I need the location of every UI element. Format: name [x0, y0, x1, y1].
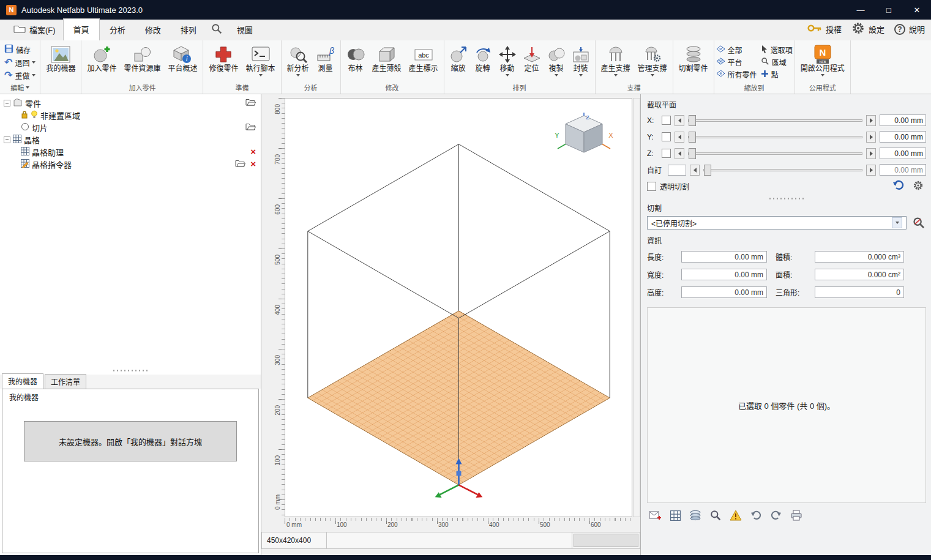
tab-view[interactable]: 視圖: [227, 20, 263, 40]
file-menu-button[interactable]: 檔案(F): [6, 20, 63, 40]
zoom-icon[interactable]: [709, 509, 722, 522]
tab-my-machines[interactable]: 我的機器: [2, 373, 43, 389]
clipping-settings-gear-icon[interactable]: [913, 180, 924, 193]
close-button[interactable]: ✕: [903, 0, 931, 20]
delete-icon[interactable]: ×: [250, 148, 256, 155]
zoom-point-button[interactable]: 點: [761, 69, 793, 80]
rotate-button[interactable]: 旋轉: [471, 42, 495, 73]
clip-y-decrease-button[interactable]: [675, 132, 684, 143]
my-machines-button[interactable]: 我的機器: [42, 42, 79, 73]
create-label-button[interactable]: abc 產生標示: [405, 42, 442, 73]
clip-y-slider-handle[interactable]: [689, 132, 696, 143]
position-button[interactable]: 定位: [520, 42, 544, 73]
license-button[interactable]: 授權: [807, 23, 842, 35]
move-button[interactable]: 移動: [495, 42, 520, 77]
zoom-all-parts-button[interactable]: 所有零件: [716, 69, 757, 80]
refresh-ccw-icon[interactable]: [749, 509, 763, 522]
clip-z-slider[interactable]: [688, 152, 862, 155]
cut-tool-icon[interactable]: [911, 215, 926, 230]
slice-parts-button[interactable]: 切割零件: [675, 42, 712, 73]
tree-row-lattice[interactable]: 晶格: [0, 133, 261, 146]
reset-clipping-icon[interactable]: [892, 180, 904, 192]
tree-row-slices[interactable]: 切片: [0, 121, 261, 133]
tab-analysis[interactable]: 分析: [100, 20, 135, 40]
new-analysis-button[interactable]: 新分析: [283, 42, 313, 77]
vertical-scrollbar[interactable]: [633, 98, 640, 517]
open-folder-icon[interactable]: [235, 160, 245, 169]
boolean-button[interactable]: 布林: [343, 42, 368, 73]
tree-row-no-build-zone[interactable]: 非建置區域: [0, 109, 261, 121]
create-shell-button[interactable]: 產生薄殼: [368, 42, 405, 73]
zoom-platform-button[interactable]: 平台: [716, 57, 757, 67]
clip-z-slider-handle[interactable]: [689, 148, 696, 159]
clip-z-increase-button[interactable]: [866, 148, 876, 159]
tab-home[interactable]: 首頁: [63, 18, 100, 40]
clip-x-decrease-button[interactable]: [675, 115, 684, 126]
measure-button[interactable]: β 測量: [313, 42, 338, 73]
maximize-button[interactable]: □: [875, 0, 903, 20]
part-library-button[interactable]: 零件資源庫: [120, 42, 164, 73]
slices-icon[interactable]: [689, 509, 702, 522]
bulb-icon[interactable]: [31, 110, 38, 121]
scale-button[interactable]: 縮放: [446, 42, 471, 73]
tree-row-lattice-assistant[interactable]: 晶格助理 ×: [0, 146, 261, 158]
custom-decrease-button[interactable]: [690, 165, 700, 176]
minimize-button[interactable]: —: [847, 0, 875, 20]
clip-z-value[interactable]: 0.00 mm: [880, 147, 926, 159]
clip-y-slider[interactable]: [688, 136, 862, 138]
tree-row-parts[interactable]: 零件: [0, 97, 261, 109]
manage-support-button[interactable]: 管理支撐: [634, 42, 671, 77]
help-button[interactable]: ? 說明: [894, 23, 925, 35]
custom-slider[interactable]: [703, 169, 862, 171]
clip-x-slider[interactable]: [688, 119, 862, 122]
navigation-cube[interactable]: Y X Z: [553, 112, 615, 160]
clip-x-value[interactable]: 0.00 mm: [880, 114, 926, 126]
print-icon[interactable]: [790, 509, 803, 522]
cut-dropdown[interactable]: <已停用切割>: [647, 216, 907, 230]
clip-y-increase-button[interactable]: [866, 132, 876, 143]
group-label-edit[interactable]: 編輯: [0, 83, 40, 92]
tab-modify[interactable]: 修改: [135, 20, 171, 40]
transparent-cut-checkbox[interactable]: [647, 182, 656, 191]
open-folder-icon[interactable]: [245, 99, 256, 108]
duplicate-button[interactable]: 複製: [544, 42, 569, 77]
clip-y-checkbox[interactable]: [662, 132, 671, 141]
run-script-button[interactable]: 執行腳本: [242, 42, 279, 77]
expander-icon[interactable]: [4, 100, 10, 106]
open-utilities-button[interactable]: NNFB 開啟公用程式: [797, 42, 848, 77]
custom-slider-handle[interactable]: [704, 165, 711, 176]
generate-support-button[interactable]: 產生支撐: [597, 42, 634, 77]
zoom-selection-button[interactable]: 選取項: [761, 45, 793, 55]
open-folder-icon[interactable]: [245, 123, 256, 132]
expander-icon[interactable]: [4, 136, 10, 143]
export-report-icon[interactable]: [648, 509, 662, 522]
settings-button[interactable]: 設定: [851, 21, 884, 37]
lattice-icon[interactable]: [668, 509, 682, 522]
save-button[interactable]: 儲存: [2, 43, 38, 56]
repair-warning-icon[interactable]: [729, 509, 742, 522]
zoom-region-button[interactable]: 區域: [761, 57, 793, 67]
clip-x-increase-button[interactable]: [866, 115, 876, 126]
3d-canvas[interactable]: Y X Z: [285, 98, 632, 517]
platform-overview-button[interactable]: i 平台概述: [164, 42, 201, 73]
dropdown-arrow-icon[interactable]: [892, 217, 902, 228]
clip-y-value[interactable]: 0.00 mm: [880, 131, 926, 143]
search-button[interactable]: [206, 20, 227, 40]
add-part-button[interactable]: 加入零件: [83, 42, 120, 73]
tab-job-list[interactable]: 工作清單: [45, 374, 86, 389]
pack-button[interactable]: 封裝: [569, 42, 593, 77]
delete-icon[interactable]: ×: [250, 160, 256, 168]
tree-row-lattice-commander[interactable]: 晶格指令器 ×: [0, 158, 261, 170]
clip-z-checkbox[interactable]: [662, 149, 671, 158]
clip-x-checkbox[interactable]: [662, 116, 671, 125]
zoom-all-button[interactable]: 全部: [716, 45, 757, 55]
refresh-cw-icon[interactable]: [769, 509, 783, 522]
custom-increase-button[interactable]: [866, 165, 876, 176]
custom-plane-field[interactable]: [668, 165, 686, 176]
redo-button[interactable]: ↷ 重做: [2, 69, 38, 81]
tab-arrange[interactable]: 排列: [171, 20, 206, 40]
repair-part-button[interactable]: 修復零件: [205, 42, 242, 73]
clip-z-decrease-button[interactable]: [675, 148, 684, 159]
undo-button[interactable]: ↶ 退回: [2, 56, 38, 69]
clip-x-slider-handle[interactable]: [689, 115, 696, 126]
